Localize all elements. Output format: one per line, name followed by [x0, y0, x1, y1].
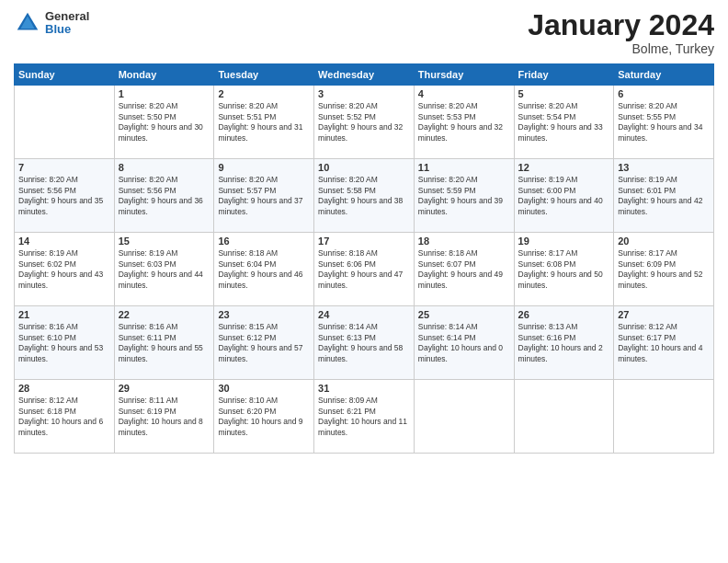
day-number: 21	[18, 309, 110, 320]
day-cell: 13Sunrise: 8:19 AMSunset: 6:01 PMDayligh…	[614, 159, 714, 233]
day-number: 15	[119, 236, 210, 247]
day-cell: 9Sunrise: 8:20 AMSunset: 5:57 PMDaylight…	[214, 159, 314, 233]
day-info: Sunrise: 8:20 AMSunset: 5:57 PMDaylight:…	[218, 175, 310, 217]
col-saturday: Saturday	[614, 64, 714, 86]
day-cell: 16Sunrise: 8:18 AMSunset: 6:04 PMDayligh…	[214, 233, 314, 306]
day-info: Sunrise: 8:09 AMSunset: 6:21 PMDaylight:…	[318, 396, 410, 438]
day-number: 20	[618, 236, 710, 247]
logo-blue: Blue	[45, 23, 89, 36]
day-info: Sunrise: 8:19 AMSunset: 6:02 PMDaylight:…	[18, 248, 110, 291]
day-cell: 7Sunrise: 8:20 AMSunset: 5:56 PMDaylight…	[15, 159, 115, 233]
day-number: 26	[518, 309, 610, 320]
day-cell: 22Sunrise: 8:16 AMSunset: 6:11 PMDayligh…	[114, 306, 214, 380]
day-number: 25	[418, 309, 510, 320]
day-cell	[15, 86, 115, 159]
day-number: 10	[318, 162, 410, 173]
col-thursday: Thursday	[414, 64, 514, 86]
day-info: Sunrise: 8:19 AMSunset: 6:00 PMDaylight:…	[518, 175, 610, 217]
logo-icon	[14, 9, 41, 37]
day-info: Sunrise: 8:13 AMSunset: 6:16 PMDaylight:…	[518, 322, 610, 364]
day-info: Sunrise: 8:19 AMSunset: 6:03 PMDaylight:…	[119, 248, 210, 291]
day-number: 9	[218, 162, 310, 173]
day-info: Sunrise: 8:10 AMSunset: 6:20 PMDaylight:…	[218, 396, 310, 438]
week-row-3: 14Sunrise: 8:19 AMSunset: 6:02 PMDayligh…	[15, 233, 714, 306]
page-header: General Blue January 2024 Bolme, Turkey	[14, 9, 714, 56]
col-friday: Friday	[514, 64, 614, 86]
col-sunday: Sunday	[15, 64, 115, 86]
day-number: 11	[418, 162, 510, 173]
day-number: 30	[218, 383, 310, 394]
day-info: Sunrise: 8:19 AMSunset: 6:01 PMDaylight:…	[618, 175, 710, 217]
day-info: Sunrise: 8:20 AMSunset: 5:56 PMDaylight:…	[18, 175, 110, 217]
week-row-4: 21Sunrise: 8:16 AMSunset: 6:10 PMDayligh…	[15, 306, 714, 380]
day-info: Sunrise: 8:18 AMSunset: 6:04 PMDaylight:…	[218, 248, 310, 291]
day-number: 1	[119, 88, 210, 99]
day-number: 8	[119, 162, 210, 173]
day-number: 16	[218, 236, 310, 247]
week-row-5: 28Sunrise: 8:12 AMSunset: 6:18 PMDayligh…	[15, 380, 714, 454]
week-row-2: 7Sunrise: 8:20 AMSunset: 5:56 PMDaylight…	[15, 159, 714, 233]
day-cell: 31Sunrise: 8:09 AMSunset: 6:21 PMDayligh…	[314, 380, 415, 454]
day-cell: 29Sunrise: 8:11 AMSunset: 6:19 PMDayligh…	[114, 380, 214, 454]
day-cell: 2Sunrise: 8:20 AMSunset: 5:51 PMDaylight…	[214, 86, 314, 159]
day-number: 14	[18, 236, 110, 247]
day-number: 7	[18, 162, 110, 173]
day-cell	[514, 380, 614, 454]
day-info: Sunrise: 8:12 AMSunset: 6:18 PMDaylight:…	[18, 396, 110, 438]
col-monday: Monday	[114, 64, 214, 86]
day-info: Sunrise: 8:17 AMSunset: 6:08 PMDaylight:…	[518, 248, 610, 291]
day-cell: 8Sunrise: 8:20 AMSunset: 5:56 PMDaylight…	[114, 159, 214, 233]
day-info: Sunrise: 8:20 AMSunset: 5:54 PMDaylight:…	[518, 101, 610, 144]
logo-text: General Blue	[45, 10, 89, 37]
day-info: Sunrise: 8:20 AMSunset: 5:51 PMDaylight:…	[218, 101, 310, 144]
day-number: 2	[218, 88, 310, 99]
day-number: 3	[318, 88, 410, 99]
day-info: Sunrise: 8:14 AMSunset: 6:13 PMDaylight:…	[318, 322, 410, 364]
day-number: 18	[418, 236, 510, 247]
day-info: Sunrise: 8:20 AMSunset: 5:58 PMDaylight:…	[318, 175, 410, 217]
day-info: Sunrise: 8:20 AMSunset: 5:59 PMDaylight:…	[418, 175, 510, 217]
day-cell: 12Sunrise: 8:19 AMSunset: 6:00 PMDayligh…	[514, 159, 614, 233]
day-number: 28	[18, 383, 110, 394]
day-number: 5	[518, 88, 610, 99]
day-info: Sunrise: 8:20 AMSunset: 5:53 PMDaylight:…	[418, 101, 510, 144]
calendar-header: Sunday Monday Tuesday Wednesday Thursday…	[15, 64, 714, 86]
day-number: 19	[518, 236, 610, 247]
day-cell	[614, 380, 714, 454]
day-cell: 15Sunrise: 8:19 AMSunset: 6:03 PMDayligh…	[114, 233, 214, 306]
day-cell: 1Sunrise: 8:20 AMSunset: 5:50 PMDaylight…	[114, 86, 214, 159]
day-info: Sunrise: 8:16 AMSunset: 6:11 PMDaylight:…	[119, 322, 210, 364]
col-wednesday: Wednesday	[314, 64, 415, 86]
day-number: 13	[618, 162, 710, 173]
day-cell: 5Sunrise: 8:20 AMSunset: 5:54 PMDaylight…	[514, 86, 614, 159]
day-cell: 23Sunrise: 8:15 AMSunset: 6:12 PMDayligh…	[214, 306, 314, 380]
day-number: 27	[618, 309, 710, 320]
day-cell: 30Sunrise: 8:10 AMSunset: 6:20 PMDayligh…	[214, 380, 314, 454]
day-cell: 25Sunrise: 8:14 AMSunset: 6:14 PMDayligh…	[414, 306, 514, 380]
day-cell: 19Sunrise: 8:17 AMSunset: 6:08 PMDayligh…	[514, 233, 614, 306]
day-cell: 17Sunrise: 8:18 AMSunset: 6:06 PMDayligh…	[314, 233, 415, 306]
logo-general: General	[45, 10, 89, 23]
day-cell: 10Sunrise: 8:20 AMSunset: 5:58 PMDayligh…	[314, 159, 415, 233]
day-info: Sunrise: 8:17 AMSunset: 6:09 PMDaylight:…	[618, 248, 710, 291]
day-cell: 27Sunrise: 8:12 AMSunset: 6:17 PMDayligh…	[614, 306, 714, 380]
title-block: January 2024 Bolme, Turkey	[528, 9, 714, 56]
day-number: 17	[318, 236, 410, 247]
day-cell: 18Sunrise: 8:18 AMSunset: 6:07 PMDayligh…	[414, 233, 514, 306]
header-row: Sunday Monday Tuesday Wednesday Thursday…	[15, 64, 714, 86]
day-info: Sunrise: 8:11 AMSunset: 6:19 PMDaylight:…	[119, 396, 210, 438]
day-cell: 14Sunrise: 8:19 AMSunset: 6:02 PMDayligh…	[15, 233, 115, 306]
day-number: 29	[119, 383, 210, 394]
calendar-body: 1Sunrise: 8:20 AMSunset: 5:50 PMDaylight…	[15, 86, 714, 454]
day-cell: 24Sunrise: 8:14 AMSunset: 6:13 PMDayligh…	[314, 306, 415, 380]
day-number: 22	[119, 309, 210, 320]
day-info: Sunrise: 8:20 AMSunset: 5:52 PMDaylight:…	[318, 101, 410, 144]
day-info: Sunrise: 8:16 AMSunset: 6:10 PMDaylight:…	[18, 322, 110, 364]
logo: General Blue	[14, 9, 89, 37]
month-title: January 2024	[528, 9, 714, 41]
day-info: Sunrise: 8:20 AMSunset: 5:55 PMDaylight:…	[618, 101, 710, 144]
day-number: 24	[318, 309, 410, 320]
day-cell: 3Sunrise: 8:20 AMSunset: 5:52 PMDaylight…	[314, 86, 415, 159]
day-info: Sunrise: 8:15 AMSunset: 6:12 PMDaylight:…	[218, 322, 310, 364]
day-cell	[414, 380, 514, 454]
